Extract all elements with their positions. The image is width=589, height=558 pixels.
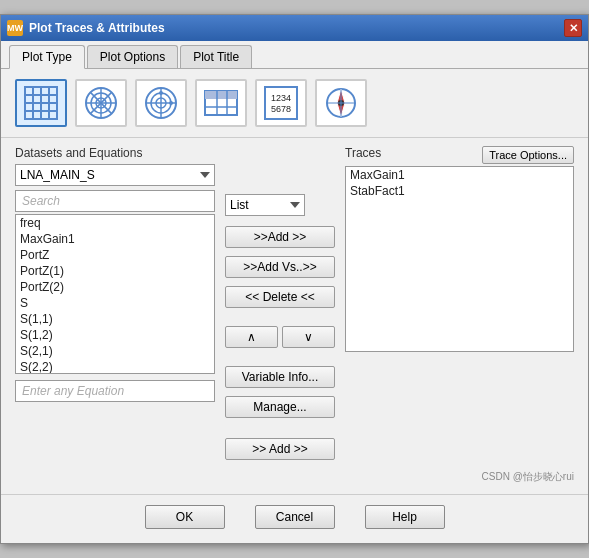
main-content: Datasets and Equations LNA_MAIN_S freq M… <box>1 138 588 470</box>
up-button[interactable]: ∧ <box>225 326 278 348</box>
plot-type-icons: 1234 5678 <box>1 69 588 138</box>
main-window: MW Plot Traces & Attributes ✕ Plot Type … <box>0 14 589 544</box>
equation-input[interactable] <box>15 380 215 402</box>
app-icon: MW <box>7 20 23 36</box>
bottom-bar: OK Cancel Help <box>1 494 588 543</box>
left-panel: Datasets and Equations LNA_MAIN_S freq M… <box>15 146 215 462</box>
list-item[interactable]: PortZ(1) <box>16 263 214 279</box>
ok-button[interactable]: OK <box>145 505 225 529</box>
list-item[interactable]: S(1,1) <box>16 311 214 327</box>
tab-bar: Plot Type Plot Options Plot Title <box>1 41 588 69</box>
svg-text:5678: 5678 <box>271 104 291 114</box>
list-item[interactable]: PortZ <box>16 247 214 263</box>
numeric-plot-button[interactable]: 1234 5678 <box>255 79 307 127</box>
tab-plot-type[interactable]: Plot Type <box>9 45 85 69</box>
list-item[interactable]: S(2,2) <box>16 359 214 374</box>
search-input[interactable] <box>15 190 215 212</box>
tab-plot-title[interactable]: Plot Title <box>180 45 252 68</box>
trace-options-button[interactable]: Trace Options... <box>482 146 574 164</box>
delete-button[interactable]: << Delete << <box>225 286 335 308</box>
traces-listbox[interactable]: MaxGain1 StabFact1 <box>345 166 574 352</box>
help-button[interactable]: Help <box>365 505 445 529</box>
eq-add-button[interactable]: >> Add >> <box>225 438 335 460</box>
list-item[interactable]: PortZ(2) <box>16 279 214 295</box>
svg-point-20 <box>169 101 173 105</box>
list-dropdown[interactable]: List <box>225 194 305 216</box>
list-item[interactable]: MaxGain1 <box>16 231 214 247</box>
list-dropdown-row: List <box>225 194 335 216</box>
manage-button[interactable]: Manage... <box>225 396 335 418</box>
arrow-row: ∧ ∨ <box>225 326 335 348</box>
list-item[interactable]: freq <box>16 215 214 231</box>
tab-plot-options[interactable]: Plot Options <box>87 45 178 68</box>
svg-point-19 <box>159 91 163 95</box>
traces-label: Traces <box>345 146 381 160</box>
list-item[interactable]: S(2,1) <box>16 343 214 359</box>
middle-panel: List >>Add >> >>Add Vs..>> << Delete << … <box>225 146 335 462</box>
variable-info-button[interactable]: Variable Info... <box>225 366 335 388</box>
title-bar-left: MW Plot Traces & Attributes <box>7 20 165 36</box>
datasets-label: Datasets and Equations <box>15 146 215 160</box>
add-button[interactable]: >>Add >> <box>225 226 335 248</box>
trace-item-maxgain1[interactable]: MaxGain1 <box>346 167 573 183</box>
polar-plot-button[interactable] <box>75 79 127 127</box>
right-panel: Traces Trace Options... MaxGain1 StabFac… <box>345 146 574 462</box>
watermark: CSDN @怡步晓心rui <box>1 470 588 488</box>
list-item[interactable]: S <box>16 295 214 311</box>
window-title: Plot Traces & Attributes <box>29 21 165 35</box>
variables-listbox[interactable]: freq MaxGain1 PortZ PortZ(1) PortZ(2) S … <box>15 214 215 374</box>
down-button[interactable]: ∨ <box>282 326 335 348</box>
svg-text:1234: 1234 <box>271 93 291 103</box>
cancel-button[interactable]: Cancel <box>255 505 335 529</box>
svg-rect-26 <box>265 87 297 119</box>
title-bar: MW Plot Traces & Attributes ✕ <box>1 15 588 41</box>
trace-item-stabfact1[interactable]: StabFact1 <box>346 183 573 199</box>
polar2-plot-button[interactable] <box>135 79 187 127</box>
table-grid-plot-button[interactable] <box>15 79 67 127</box>
svg-rect-22 <box>205 91 237 99</box>
datasets-dropdown[interactable]: LNA_MAIN_S <box>15 164 215 186</box>
list-item[interactable]: S(1,2) <box>16 327 214 343</box>
compass-plot-button[interactable] <box>315 79 367 127</box>
close-button[interactable]: ✕ <box>564 19 582 37</box>
add-vs-button[interactable]: >>Add Vs..>> <box>225 256 335 278</box>
table2-plot-button[interactable] <box>195 79 247 127</box>
